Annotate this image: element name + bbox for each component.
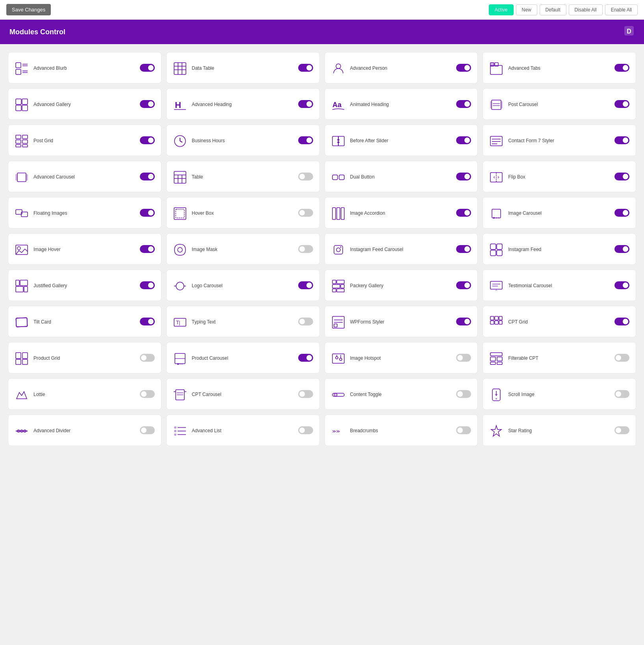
module-card: Content Toggle [325,378,478,410]
filter-active-button[interactable]: Active [489,4,514,15]
toggle-wrap[interactable] [614,281,629,291]
svg-rect-3 [16,69,21,74]
toggle-wrap[interactable] [614,173,629,182]
toggle-wrap[interactable] [140,136,155,146]
svg-point-115 [181,363,183,365]
svg-rect-8 [174,63,186,74]
toggle-wrap[interactable] [298,426,313,436]
filter-enable-all-button[interactable]: Enable All [605,4,638,15]
module-card: Tilt Card [8,306,161,337]
toggle-wrap[interactable] [298,245,313,255]
toggle-wrap[interactable] [140,354,155,363]
module-card: Dual Button [325,161,478,192]
toggle-wrap[interactable] [298,354,313,363]
module-icon [489,134,503,148]
toggle-wrap[interactable] [614,426,629,436]
module-name: Dual Button [350,174,375,180]
toggle-wrap[interactable] [298,173,313,182]
module-icon [331,170,345,184]
svg-rect-76 [497,244,502,249]
toggle-wrap[interactable] [456,390,471,400]
module-icon [331,279,345,293]
svg-rect-89 [337,289,344,292]
toggle-wrap[interactable] [614,318,629,327]
save-button[interactable]: Save Changes [6,4,51,15]
toggle-wrap[interactable] [456,209,471,218]
module-icon [15,134,29,148]
main-content: Advanced BlurbData TableAdvanced PersonA… [0,44,644,454]
toggle-wrap[interactable] [298,100,313,110]
toggle-wrap[interactable] [456,64,471,73]
toggle-wrap[interactable] [298,64,313,73]
toggle-wrap[interactable] [456,354,471,363]
toggle-wrap[interactable] [614,390,629,400]
module-name: Business Hours [192,138,225,144]
module-name: Post Carousel [508,102,538,108]
svg-rect-18 [22,99,28,104]
module-icon [489,424,503,438]
svg-rect-54 [332,175,338,180]
filter-disable-all-button[interactable]: Disable All [569,4,603,15]
toggle-wrap[interactable] [298,281,313,291]
svg-point-73 [336,248,340,252]
svg-rect-80 [20,280,28,286]
toggle-wrap[interactable] [140,426,155,436]
toggle-wrap[interactable] [614,245,629,255]
svg-rect-109 [16,359,21,364]
toggle-wrap[interactable] [456,281,471,291]
module-name: Instagram Feed [508,247,541,253]
svg-rect-34 [22,145,28,147]
svg-text:D: D [627,28,631,35]
toggle-wrap[interactable] [298,136,313,146]
module-card: Image Mask [166,233,320,265]
page-title: Modules Control [9,28,65,36]
toggle-wrap[interactable] [456,173,471,182]
module-icon [489,351,503,366]
toggle-wrap[interactable] [456,245,471,255]
toggle-wrap[interactable] [456,136,471,146]
toggle-wrap[interactable] [140,245,155,255]
svg-rect-47 [15,174,17,180]
module-icon [489,243,503,257]
module-icon: Aa [331,98,345,112]
toggle-wrap[interactable] [140,281,155,291]
toggle-wrap[interactable] [456,318,471,327]
toggle-wrap[interactable] [614,136,629,146]
module-icon [331,61,345,76]
svg-rect-85 [337,280,344,284]
module-icon [489,279,503,293]
svg-rect-88 [332,289,336,292]
module-name: Data Table [192,65,214,72]
modules-grid: Advanced BlurbData TableAdvanced PersonA… [8,52,636,446]
svg-point-117 [336,357,338,359]
toggle-wrap[interactable] [140,173,155,182]
toggle-wrap[interactable] [140,100,155,110]
svg-rect-122 [490,357,496,361]
toggle-wrap[interactable] [456,100,471,110]
svg-rect-61 [176,209,184,218]
toggle-wrap[interactable] [456,426,471,436]
module-name: Advanced Divider [33,428,71,434]
svg-point-68 [498,217,499,219]
toggle-wrap[interactable] [298,390,313,400]
toggle-wrap[interactable] [614,100,629,110]
toggle-wrap[interactable] [614,209,629,218]
module-card: Image Carousel [483,197,636,229]
svg-text:H: H [175,100,181,110]
filter-new-button[interactable]: New [516,4,537,15]
toggle-wrap[interactable] [140,318,155,327]
toggle-wrap[interactable] [614,64,629,73]
module-name: CPT Carousel [192,392,221,398]
svg-marker-40 [337,139,340,140]
toggle-wrap[interactable] [140,390,155,400]
module-card: Advanced Tabs [483,52,636,84]
toggle-wrap[interactable] [140,209,155,218]
toggle-wrap[interactable] [614,354,629,363]
svg-rect-108 [22,353,28,359]
toggle-wrap[interactable] [140,64,155,73]
toggle-wrap[interactable] [298,318,313,327]
svg-point-74 [340,247,341,248]
toggle-wrap[interactable] [298,209,313,218]
svg-point-113 [177,363,179,365]
filter-default-button[interactable]: Default [540,4,566,15]
